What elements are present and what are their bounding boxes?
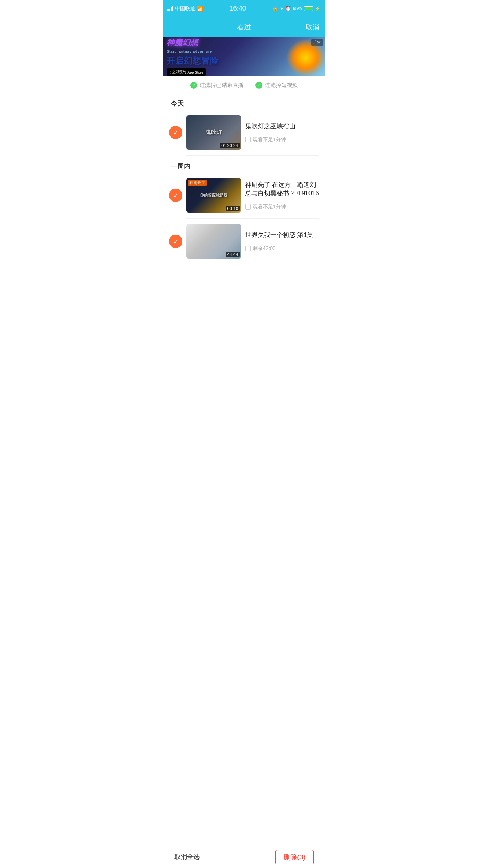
divider-2	[186, 218, 319, 219]
video-info-3: 世界欠我一个初恋 第1集 剩余42:00	[245, 231, 319, 252]
filter-short-check: ✓	[255, 82, 262, 89]
video-watch-time-3: 剩余42:00	[253, 245, 276, 252]
select-check-2[interactable]: ✓	[169, 189, 182, 202]
thumb-time-1: 01:20:24	[220, 143, 240, 148]
status-left: 中国联通 📶	[167, 5, 203, 12]
phone-icon-2	[245, 204, 251, 210]
select-check-3[interactable]: ✓	[169, 235, 182, 248]
ad-badge: 广告	[311, 39, 323, 46]
appstore-platform: App Store	[187, 70, 203, 74]
appstore-button[interactable]:  立即预约 App Store	[167, 68, 206, 76]
phone-icon-1	[245, 137, 251, 142]
content-area: ✓ 过滤掉已结束直播 ✓ 过滤掉短视频 今天 ✓ 鬼吹灯 01:20:24 鬼吹…	[163, 76, 325, 290]
location-icon: ➤	[280, 6, 284, 11]
thumbnail-1[interactable]: 鬼吹灯 01:20:24	[186, 115, 241, 150]
filter-live[interactable]: ✓ 过滤掉已结束直播	[190, 82, 244, 89]
thumb-time-3: 44:44	[226, 252, 240, 257]
nav-bar: 看过 取消	[163, 17, 325, 37]
battery-percent: 95%	[293, 6, 302, 11]
video-watch-time-1: 观看不足1分钟	[253, 136, 286, 143]
ad-subtitle: Start fantasy adventure	[167, 50, 218, 53]
video-watch-time-2: 观看不足1分钟	[253, 203, 286, 210]
ad-main-text: 开启幻想冒险	[167, 55, 218, 67]
video-info-1: 鬼吹灯之巫峡棺山 观看不足1分钟	[245, 122, 319, 143]
page-title: 看过	[237, 22, 251, 32]
video-title-1: 鬼吹灯之巫峡棺山	[245, 122, 319, 131]
thumbnail-2[interactable]: 神剧亮了 你的报应就是我 03:10	[186, 178, 241, 213]
list-item: ✓ 鬼吹灯 01:20:24 鬼吹灯之巫峡棺山 观看不足1分钟	[163, 111, 325, 154]
clock: 16:40	[229, 5, 246, 13]
video-meta-2: 观看不足1分钟	[245, 203, 319, 210]
signal-icon	[167, 6, 173, 11]
ad-logo: 神魔幻想	[167, 37, 218, 48]
alarm-icon: ⏰	[285, 6, 291, 11]
section-week: 一周内	[163, 157, 325, 174]
thumbnail-3[interactable]: 44:44	[186, 224, 241, 259]
cancel-button[interactable]: 取消	[306, 23, 319, 32]
thumb-text-2: 你的报应就是我	[199, 192, 228, 199]
select-check-1[interactable]: ✓	[169, 126, 182, 139]
thumb-text-1: 鬼吹灯	[205, 129, 222, 136]
thumb-time-2: 03:10	[226, 206, 240, 211]
divider-1	[186, 155, 319, 156]
filter-short[interactable]: ✓ 过滤掉短视频	[255, 82, 298, 89]
appstore-label: 立即预约	[172, 70, 186, 75]
ad-banner[interactable]: 神魔幻想 Start fantasy adventure 开启幻想冒险  立即…	[163, 37, 325, 76]
filter-live-label: 过滤掉已结束直播	[200, 82, 244, 89]
filter-row: ✓ 过滤掉已结束直播 ✓ 过滤掉短视频	[163, 76, 325, 94]
filter-live-check: ✓	[190, 82, 197, 89]
ad-left: 神魔幻想 Start fantasy adventure 开启幻想冒险  立即…	[163, 37, 222, 76]
wifi-icon: 📶	[197, 6, 203, 12]
video-meta-3: 剩余42:00	[245, 245, 319, 252]
status-bar: 中国联通 📶 16:40 🔒 ➤ ⏰ 95% ⚡	[163, 0, 325, 17]
filter-short-label: 过滤掉短视频	[265, 82, 298, 89]
video-meta-1: 观看不足1分钟	[245, 136, 319, 143]
charging-icon: ⚡	[315, 6, 321, 11]
carrier-label: 中国联通	[175, 5, 195, 12]
video-title-2: 神剧亮了 在远方：霸道刘总与白切黑秘书 20191016	[245, 180, 319, 198]
video-title-3: 世界欠我一个初恋 第1集	[245, 231, 319, 239]
apple-icon: 	[170, 70, 171, 74]
lock-icon: 🔒	[272, 6, 278, 11]
phone-icon-3	[245, 246, 251, 251]
battery-icon	[304, 6, 313, 11]
list-item: ✓ 神剧亮了 你的报应就是我 03:10 神剧亮了 在远方：霸道刘总与白切黑秘书…	[163, 174, 325, 217]
section-today: 今天	[163, 94, 325, 111]
status-right: 🔒 ➤ ⏰ 95% ⚡	[272, 6, 321, 11]
video-info-2: 神剧亮了 在远方：霸道刘总与白切黑秘书 20191016 观看不足1分钟	[245, 180, 319, 211]
list-item: ✓ 44:44 世界欠我一个初恋 第1集 剩余42:00	[163, 220, 325, 263]
